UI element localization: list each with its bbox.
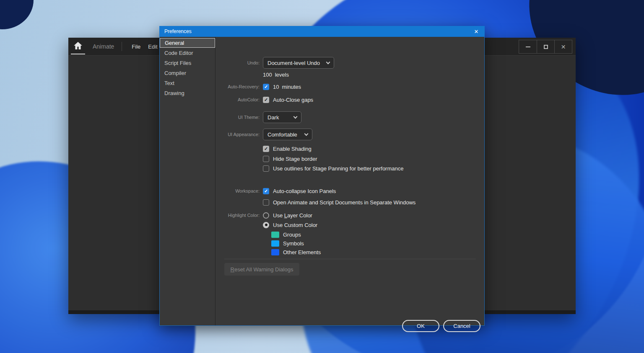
sidebar-item-text[interactable]: Text bbox=[160, 78, 215, 88]
check-icon: ✓ bbox=[264, 188, 268, 194]
separate-windows-checkbox[interactable] bbox=[263, 199, 269, 206]
undo-levels-value[interactable]: 100 bbox=[263, 72, 272, 78]
undo-levels-suffix: levels bbox=[275, 72, 289, 78]
other-elements-color-swatch[interactable] bbox=[271, 249, 279, 255]
auto-close-gaps-checkbox[interactable]: ✓ bbox=[263, 97, 269, 103]
check-icon: ✓ bbox=[264, 146, 268, 152]
auto-recovery-suffix: minutes bbox=[282, 84, 301, 90]
ui-theme-dropdown[interactable]: Dark bbox=[263, 111, 301, 123]
sidebar-item-script-files[interactable]: Script Files bbox=[160, 58, 215, 68]
minimize-icon bbox=[526, 46, 530, 47]
ui-appearance-label: UI Appearance: bbox=[216, 132, 260, 137]
preferences-dialog: Preferences ✕ General Code Editor Script… bbox=[159, 26, 485, 326]
reset-warning-dialogs-button[interactable]: Reset All Warning Dialogs bbox=[224, 263, 299, 276]
ui-theme-value: Dark bbox=[267, 114, 279, 121]
close-icon: ✕ bbox=[561, 44, 566, 50]
symbols-swatch-label: Symbols bbox=[283, 240, 304, 247]
stage-panning-outlines-checkbox[interactable] bbox=[263, 165, 269, 172]
undo-dropdown[interactable]: Document-level Undo bbox=[263, 57, 334, 69]
chevron-down-icon bbox=[293, 115, 298, 119]
auto-collapse-panels-label: Auto-collapse Icon Panels bbox=[273, 188, 336, 194]
use-layer-color-radio[interactable] bbox=[263, 212, 269, 219]
other-elements-swatch-label: Other Elements bbox=[283, 249, 321, 255]
menu-divider bbox=[122, 42, 122, 51]
check-icon: ✓ bbox=[264, 84, 268, 90]
close-button[interactable]: ✕ bbox=[554, 40, 572, 53]
enable-shading-checkbox[interactable]: ✓ bbox=[263, 146, 269, 152]
ui-appearance-dropdown[interactable]: Comfortable bbox=[263, 129, 312, 140]
undo-dropdown-value: Document-level Undo bbox=[267, 60, 320, 66]
radio-dot bbox=[265, 224, 267, 226]
sidebar-item-drawing[interactable]: Drawing bbox=[160, 88, 215, 98]
ui-theme-label: UI Theme: bbox=[216, 115, 260, 120]
hide-stage-border-checkbox[interactable] bbox=[263, 156, 269, 162]
maximize-icon bbox=[544, 45, 548, 49]
workspace-label: Workspace: bbox=[216, 188, 260, 193]
sidebar-item-compiler[interactable]: Compiler bbox=[160, 68, 215, 78]
use-custom-color-radio[interactable] bbox=[263, 222, 269, 228]
stage-panning-outlines-label: Use outlines for Stage Panning for bette… bbox=[273, 165, 403, 172]
cancel-button[interactable]: Cancel bbox=[443, 320, 480, 332]
ui-appearance-value: Comfortable bbox=[267, 131, 297, 138]
enable-shading-label: Enable Shading bbox=[273, 146, 312, 152]
maximize-button[interactable] bbox=[537, 40, 554, 53]
app-title: Animate bbox=[93, 43, 114, 50]
groups-color-swatch[interactable] bbox=[271, 232, 279, 238]
section-divider bbox=[224, 259, 476, 259]
auto-recovery-value[interactable]: 10 bbox=[273, 84, 279, 90]
preferences-sidebar: General Code Editor Script Files Compile… bbox=[160, 37, 216, 325]
undo-label: Undo: bbox=[216, 60, 260, 65]
home-icon bbox=[74, 42, 82, 51]
home-active-indicator bbox=[71, 54, 85, 54]
use-custom-color-label: Use Custom Color bbox=[273, 222, 317, 228]
auto-close-gaps-label: Auto-Close gaps bbox=[273, 97, 313, 103]
chevron-down-icon bbox=[304, 132, 309, 136]
window-controls: ✕ bbox=[519, 40, 572, 54]
use-layer-color-label: Use Layer Color bbox=[273, 212, 312, 219]
highlight-color-label: Highlight Color: bbox=[216, 213, 260, 218]
auto-recovery-checkbox[interactable]: ✓ bbox=[263, 84, 269, 90]
home-tab[interactable] bbox=[68, 38, 88, 56]
sidebar-item-general[interactable]: General bbox=[160, 38, 215, 48]
dialog-titlebar[interactable]: Preferences ✕ bbox=[159, 26, 485, 37]
auto-recovery-label: Auto-Recovery: bbox=[216, 84, 260, 89]
ok-button[interactable]: OK bbox=[402, 320, 439, 332]
separate-windows-label: Open Animate and Script Documents in Sep… bbox=[273, 199, 415, 206]
dialog-close-button[interactable]: ✕ bbox=[468, 26, 485, 37]
close-icon: ✕ bbox=[474, 28, 479, 35]
hide-stage-border-label: Hide Stage border bbox=[273, 156, 317, 162]
dialog-title: Preferences bbox=[159, 28, 192, 34]
preferences-content: Undo: Document-level Undo 100 levels Aut… bbox=[216, 37, 484, 325]
auto-collapse-panels-checkbox[interactable]: ✓ bbox=[263, 188, 269, 194]
check-icon: ✓ bbox=[264, 97, 268, 103]
menu-file[interactable]: File bbox=[132, 44, 140, 50]
sidebar-item-code-editor[interactable]: Code Editor bbox=[160, 48, 215, 58]
wallpaper-shape bbox=[0, 0, 34, 29]
chevron-down-icon bbox=[326, 60, 330, 64]
menu-edit[interactable]: Edit bbox=[148, 44, 157, 50]
groups-swatch-label: Groups bbox=[283, 232, 301, 238]
minimize-button[interactable] bbox=[519, 40, 537, 53]
autocolor-label: AutoColor: bbox=[216, 97, 260, 102]
symbols-color-swatch[interactable] bbox=[271, 240, 279, 247]
